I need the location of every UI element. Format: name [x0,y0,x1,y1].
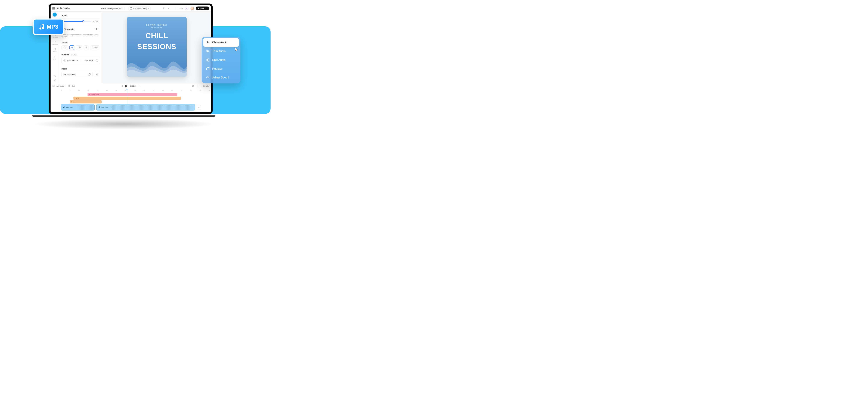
cover-title-1: CHILL [127,32,187,40]
track-text-1[interactable]: TText [73,97,181,100]
svg-rect-17 [207,59,208,61]
timeline-body[interactable]: 0510152025303540455055606570758085 Sound… [51,89,211,112]
rail-transitions[interactable]: Transitions [51,40,58,45]
ctx-adjust-speed[interactable]: Adjust Speed [203,73,239,82]
svg-point-13 [40,28,41,29]
svg-rect-8 [69,85,69,87]
speed-0.5x[interactable]: 0.5x [61,45,68,50]
cover-wave-icon [127,52,187,77]
edit-panel: Audio 200% Clean Audio Remove background… [59,11,103,83]
export-button[interactable]: Export [196,6,209,10]
timeline-toolbar: + Add Media Split 00:02:23 − [51,83,211,89]
rail-filters[interactable]: Filters [53,47,57,53]
refresh-icon [88,73,91,76]
ctx-trim-audio[interactable]: Trim Audio [203,47,239,56]
top-bar: Edit Audio Movie Musings Podcast Instagr… [51,5,211,11]
redo-button[interactable] [168,7,171,10]
sparkle-icon [89,94,90,95]
replace-label: Replace Audio [63,73,76,75]
volume-slider-row: 200% [61,18,100,24]
menu-button[interactable] [52,7,55,9]
split-label[interactable]: Split [72,85,75,87]
transitions-icon [53,40,56,43]
fit-label[interactable]: Fit to Sc [203,85,209,87]
invite-label[interactable]: Invite [179,7,183,9]
play-button[interactable] [125,84,127,88]
collaborator-avatar[interactable]: SK [185,7,188,10]
speed-1x[interactable]: 1x [69,45,74,50]
speed-options: 0.5x1x1.5x2xCustom [61,45,100,50]
waveform [77,105,94,110]
ctx-clean-audio[interactable]: Clean Audio [203,38,239,47]
ctx-icon [206,67,210,71]
trash-icon [96,73,98,76]
rail-draw[interactable]: Draw [53,55,56,60]
volume-value: 200% [93,20,98,22]
app-window: Edit Audio Movie Musings Podcast Instagr… [51,5,211,112]
next-button[interactable] [138,85,141,87]
ctx-icon [206,76,210,79]
start-label: Start [67,60,71,62]
ruler: 0510152025303540455055606570758085 [61,89,204,92]
start-value[interactable]: 00:00.0 [72,60,78,62]
mp3-badge: MP3 [33,19,64,35]
cover-title-2: SESSIONS [127,43,187,50]
ctx-replace[interactable]: Replace [203,64,239,73]
clean-audio-label: Clean Audio [64,28,74,30]
clean-audio-button[interactable]: Clean Audio [61,26,100,32]
cover-presents: PRESENTS [127,27,187,29]
filters-icon [53,47,56,51]
delete-audio-button[interactable] [94,72,100,77]
speed-Custom[interactable]: Custom [90,45,99,50]
speed-heading: Speed [61,41,100,44]
page-title: Edit Audio [57,7,96,10]
cover-author: KEVAN OATES [127,24,187,26]
split-icon[interactable] [68,85,70,87]
speed-2x[interactable]: 2x [84,45,89,50]
track-text-2[interactable]: TText [70,100,102,103]
add-media-label[interactable]: Add Media [57,85,64,87]
format-label: Instagram Story [133,7,147,9]
ctx-icon [206,58,210,62]
track-sound-wave[interactable]: Sound Wave [88,93,177,96]
duration-box: Start 00:00.0 End 00:15.1 [61,57,100,64]
project-name[interactable]: Movie Musings Podcast [101,7,121,9]
chevron-down-icon: ▾ [148,7,149,9]
timeline: + Add Media Split 00:02:23 − [51,83,211,112]
ctx-split-audio[interactable]: Split Audio [203,56,239,64]
help-icon[interactable] [53,74,56,77]
playhead-time: 00:02:23 [130,85,136,87]
waveform [113,105,194,110]
add-icon[interactable]: + [52,85,55,87]
canvas-area[interactable]: KEVAN OATES PRESENTS CHILL SESSIONS [103,11,211,83]
end-label: End [85,60,88,62]
format-chip[interactable]: Instagram Story ▾ [129,6,150,10]
svg-point-9 [63,108,64,108]
audio-heading: Audio [61,14,100,16]
clock-end-icon [96,59,98,62]
clip-intro[interactable]: Intro.mp3 [61,104,95,110]
undo-button[interactable] [162,7,166,10]
music-note-icon [98,106,100,108]
replace-audio-button[interactable]: Replace Audio [61,72,93,77]
speed-1.5x[interactable]: 1.5x [76,45,82,50]
clean-audio-hint: Remove background noise and enhance audi… [61,34,100,38]
user-avatar[interactable] [190,6,194,10]
svg-point-11 [98,108,99,108]
playhead-handle[interactable] [126,89,128,90]
draw-icon [53,55,56,58]
volume-icon[interactable] [192,84,195,88]
cover-art[interactable]: KEVAN OATES PRESENTS CHILL SESSIONS [127,17,187,77]
volume-slider[interactable] [64,21,91,22]
ctx-icon [206,49,210,53]
end-value[interactable]: 00:15.1 [89,60,95,62]
media-heading: Media [61,68,100,70]
settings-icon[interactable] [53,79,56,82]
record-icon[interactable] [53,13,57,16]
music-note-icon [38,24,45,30]
svg-rect-18 [208,59,209,61]
cursor-icon [234,47,239,52]
add-track-button[interactable]: + [197,105,201,109]
clip-interview[interactable]: Interview.mp3 [96,104,195,110]
prev-button[interactable] [121,85,123,87]
